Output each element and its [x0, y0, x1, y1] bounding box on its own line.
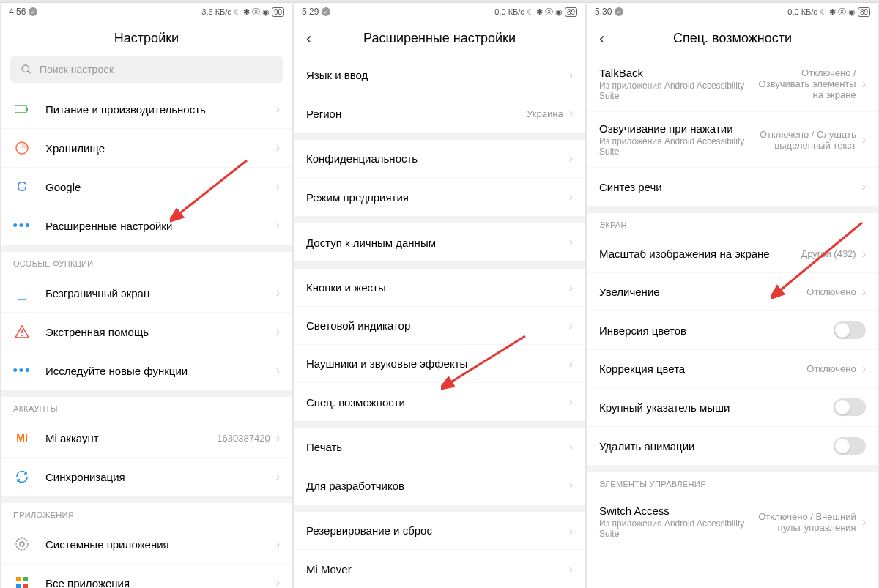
status-bar: 4:56 ✓ 3,6 КБ/с ☾ ✱ ⓧ ◉ 90: [1, 3, 292, 21]
item-fullscreen[interactable]: Безграничный экран ›: [1, 274, 292, 313]
chevron-right-icon: ›: [569, 319, 573, 332]
item-label: Спец. возможности: [306, 396, 569, 409]
back-button[interactable]: ‹: [306, 29, 311, 48]
item-label: Хранилище: [45, 142, 276, 155]
item-mi-account[interactable]: MI Mi аккаунт 1630387420 ›: [1, 419, 292, 458]
item-label: Озвучивание при нажатии: [599, 122, 754, 135]
item-buttons[interactable]: Кнопки и жесты›: [294, 269, 585, 307]
search-placeholder: Поиск настроек: [40, 64, 114, 75]
item-language[interactable]: Язык и ввод›: [294, 56, 585, 94]
settings-group: Switch AccessИз приложения Android Acces…: [587, 494, 878, 549]
toggle-switch[interactable]: [834, 321, 866, 339]
settings-group: Конфиденциальность› Режим предприятия›: [294, 140, 585, 216]
item-remove-animations[interactable]: Удалить анимации: [587, 427, 878, 465]
item-developer[interactable]: Для разработчиков›: [294, 466, 585, 505]
header: ‹ Спец. возможности: [587, 21, 878, 56]
item-value: Отключено: [806, 363, 856, 374]
item-print[interactable]: Печать›: [294, 428, 585, 466]
screen-accessibility: 5:30 ✓ 0,0 КБ/с ☾ ✱ ⓧ ◉ 89 ‹ Спец. возмо…: [587, 3, 878, 588]
item-value: Отключено / Внешний пульт управления: [754, 511, 856, 533]
chevron-right-icon: ›: [276, 219, 280, 232]
item-sync[interactable]: Синхронизация ›: [1, 458, 292, 496]
item-label: Switch Access: [599, 505, 754, 517]
svg-rect-3: [26, 108, 28, 111]
item-privacy[interactable]: Конфиденциальность›: [294, 140, 585, 178]
chevron-right-icon: ›: [862, 286, 866, 299]
header: ‹ Расширенные настройки: [294, 21, 585, 56]
mi-icon: MI: [13, 429, 31, 447]
settings-group: Кнопки и жесты› Световой индикатор› Науш…: [294, 269, 585, 421]
battery-icon: 90: [272, 7, 284, 17]
item-label: TalkBack: [599, 67, 754, 79]
alert-icon: [13, 323, 31, 340]
status-time: 4:56: [9, 7, 26, 17]
settings-group: Язык и ввод› РегионУкраина›: [294, 56, 585, 133]
item-value: Отключено / Слушать выделенный текст: [754, 129, 856, 151]
screen-advanced: 5:29 ✓ 0,0 КБ/с ☾ ✱ ⓧ ◉ 89 ‹ Расширенные…: [294, 3, 585, 588]
svg-rect-11: [23, 577, 28, 581]
item-personal-data[interactable]: Доступ к личным данным›: [294, 223, 585, 261]
item-led[interactable]: Световой индикатор›: [294, 307, 585, 345]
section-header: ПРИЛОЖЕНИЯ: [1, 503, 292, 525]
item-talkback[interactable]: TalkBackИз приложения Android Accessibil…: [587, 56, 878, 112]
chevron-right-icon: ›: [276, 364, 280, 377]
wifi-icon: ◉: [262, 7, 270, 17]
svg-rect-10: [16, 577, 21, 581]
chevron-right-icon: ›: [569, 281, 573, 294]
item-advanced[interactable]: ••• Расширенные настройки ›: [1, 206, 292, 245]
back-button[interactable]: ‹: [599, 29, 604, 48]
battery-icon: [13, 100, 31, 118]
item-emergency[interactable]: Экстренная помощь ›: [1, 313, 292, 351]
battery-icon: 89: [858, 7, 870, 17]
item-power[interactable]: Питание и производительность ›: [1, 90, 292, 129]
item-explore[interactable]: ••• Исследуйте новые функции ›: [1, 351, 292, 390]
item-system-apps[interactable]: Системные приложения ›: [1, 525, 292, 564]
chevron-right-icon: ›: [862, 180, 866, 193]
item-magnification[interactable]: Увеличение Отключено ›: [587, 273, 878, 311]
svg-point-8: [20, 542, 24, 546]
search-input[interactable]: Поиск настроек: [10, 56, 283, 83]
toggle-switch[interactable]: [834, 398, 866, 416]
settings-group: TalkBackИз приложения Android Accessibil…: [587, 56, 878, 206]
item-all-apps[interactable]: Все приложения ›: [1, 564, 292, 588]
svg-rect-12: [16, 584, 21, 588]
settings-group: MI Mi аккаунт 1630387420 › Синхронизация…: [1, 419, 292, 496]
item-label: Наушники и звуковые эффекты: [306, 357, 569, 370]
item-color-inversion[interactable]: Инверсия цветов: [587, 311, 878, 350]
item-mover[interactable]: Mi Mover›: [294, 550, 585, 588]
chevron-right-icon: ›: [569, 236, 573, 249]
x-icon: ⓧ: [838, 7, 846, 18]
search-icon: [21, 64, 32, 75]
phone-icon: [13, 284, 31, 302]
item-large-pointer[interactable]: Крупный указатель мыши: [587, 388, 878, 427]
chevron-right-icon: ›: [862, 78, 866, 91]
page-title: Расширенные настройки: [363, 31, 516, 46]
item-label: Конфиденциальность: [306, 152, 569, 165]
item-accessibility[interactable]: Спец. возможности›: [294, 383, 585, 421]
settings-group: Доступ к личным данным›: [294, 223, 585, 261]
item-sublabel: Из приложения Android Accessibility Suit…: [599, 81, 754, 101]
item-region[interactable]: РегионУкраина›: [294, 94, 585, 133]
item-label: Mi Mover: [306, 563, 569, 576]
chevron-right-icon: ›: [569, 107, 573, 120]
item-google[interactable]: G Google ›: [1, 168, 292, 206]
item-backup[interactable]: Резервирование и сброс›: [294, 512, 585, 550]
toggle-switch[interactable]: [834, 437, 866, 455]
chevron-right-icon: ›: [862, 133, 866, 146]
item-headphones[interactable]: Наушники и звуковые эффекты›: [294, 345, 585, 383]
item-display-size[interactable]: Масштаб изображения на экране Другой (43…: [587, 235, 878, 273]
item-storage[interactable]: Хранилище ›: [1, 129, 292, 168]
chevron-right-icon: ›: [862, 248, 866, 261]
svg-rect-2: [15, 105, 26, 113]
item-color-correction[interactable]: Коррекция цвета Отключено ›: [587, 350, 878, 388]
item-select-to-speak[interactable]: Озвучивание при нажатииИз приложения And…: [587, 112, 878, 168]
item-label: Питание и производительность: [45, 103, 276, 116]
item-tts[interactable]: Синтез речи ›: [587, 168, 878, 206]
moon-icon: ☾: [527, 7, 534, 17]
item-enterprise[interactable]: Режим предприятия›: [294, 178, 585, 216]
item-switch-access[interactable]: Switch AccessИз приложения Android Acces…: [587, 494, 878, 549]
x-icon: ⓧ: [252, 7, 260, 18]
wifi-icon: ◉: [555, 7, 563, 17]
sync-icon: [13, 468, 31, 485]
svg-rect-13: [23, 584, 28, 588]
